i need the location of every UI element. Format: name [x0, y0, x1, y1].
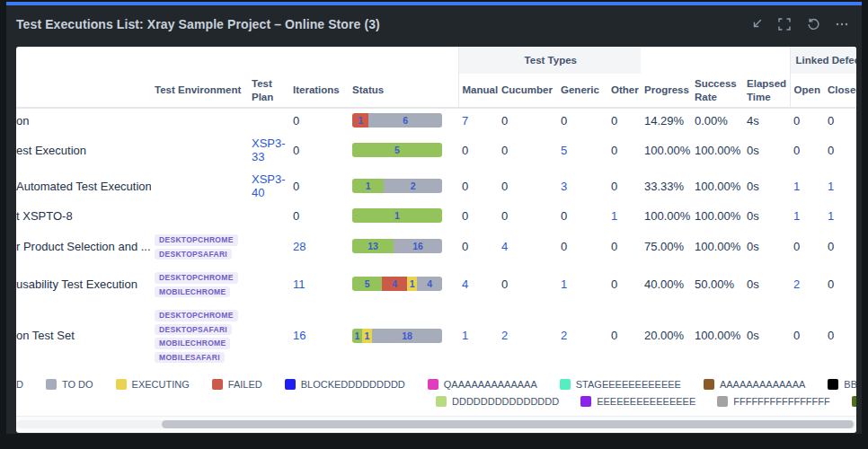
column-header-test-environment[interactable]: Test Environment: [151, 74, 248, 108]
legend-swatch: [560, 379, 571, 390]
count-cucumber[interactable]: 0: [498, 168, 557, 204]
count-generic[interactable]: 5: [557, 132, 607, 168]
defects-open-cell[interactable]: 1: [790, 168, 824, 204]
status-bar[interactable]: 16: [352, 113, 442, 128]
column-header-elapsed-time[interactable]: Elapsed Time: [743, 74, 790, 108]
env-cell: [151, 132, 248, 168]
status-legend: D TO DO EXECUTING FAILED BLOCKEDDDDDDDDD…: [16, 368, 856, 409]
column-header-cucumber[interactable]: Cucumber: [498, 74, 557, 108]
column-header-other[interactable]: Other: [607, 74, 641, 108]
table-row[interactable]: r Product Selection and ... DESKTOPCHROM…: [16, 227, 856, 265]
column-header-closed[interactable]: Closed: [824, 74, 856, 108]
table-row[interactable]: est Execution XSP3-33 0 5 0 0 5 0 100.00…: [16, 132, 856, 168]
elapsed-time-cell: 0s: [743, 265, 790, 303]
count-manual[interactable]: 0: [458, 168, 498, 204]
table-row[interactable]: on Test Set DESKTOPCHROMEDESKTOPSAFARIMO…: [16, 303, 856, 368]
count-other[interactable]: 0: [607, 132, 641, 168]
table-row[interactable]: on 0 16 7 0 0 0 14.29% 0.00% 4s 0 0: [16, 108, 856, 132]
count-cucumber[interactable]: 4: [498, 227, 557, 265]
group-test-types: Test Types: [458, 47, 641, 74]
count-generic[interactable]: 0: [557, 227, 607, 265]
status-bar[interactable]: 5414: [352, 277, 442, 291]
defects-closed-cell[interactable]: 0: [824, 265, 856, 303]
iterations-cell[interactable]: 28: [289, 227, 349, 265]
legend-item: QAAAAAAAAAAAAA: [428, 379, 537, 390]
success-rate-cell: 100.00%: [691, 227, 743, 265]
defects-open-cell[interactable]: 0: [790, 132, 824, 168]
count-other[interactable]: 1: [607, 204, 641, 227]
more-button[interactable]: [833, 15, 851, 33]
table-row[interactable]: Automated Test Execution XSP3-40 0 12 0 …: [16, 168, 856, 204]
count-manual[interactable]: 0: [458, 227, 498, 265]
defects-closed-cell[interactable]: 0: [824, 227, 856, 265]
iterations-cell[interactable]: 11: [289, 265, 349, 303]
status-bar[interactable]: 1316: [352, 239, 442, 253]
status-segment-todo: 2: [384, 179, 442, 193]
defects-closed-cell[interactable]: 0: [824, 108, 856, 132]
progress-cell: 33.33%: [641, 168, 691, 204]
scrollbar-thumb[interactable]: [162, 420, 854, 428]
count-manual[interactable]: 4: [458, 265, 498, 303]
count-other[interactable]: 0: [607, 168, 641, 204]
count-cucumber[interactable]: 0: [498, 132, 557, 168]
count-cucumber[interactable]: 0: [498, 204, 557, 227]
count-generic[interactable]: 0: [557, 108, 607, 132]
count-generic[interactable]: 3: [557, 168, 607, 204]
status-bar[interactable]: 12: [352, 179, 442, 193]
count-manual[interactable]: 1: [458, 303, 498, 368]
table-row[interactable]: usability Test Execution DESKTOPCHROMEMO…: [16, 265, 856, 303]
status-bar[interactable]: 1: [352, 208, 442, 223]
defects-open-cell[interactable]: 0: [790, 303, 824, 368]
count-manual[interactable]: 0: [458, 204, 498, 227]
elapsed-time-cell: 0s: [743, 132, 790, 168]
count-cucumber[interactable]: 0: [498, 108, 557, 132]
defects-closed-cell[interactable]: 0: [824, 132, 856, 168]
count-other[interactable]: 0: [607, 265, 641, 303]
count-manual[interactable]: 7: [458, 108, 498, 132]
iterations-cell[interactable]: 0: [289, 204, 349, 227]
count-cucumber[interactable]: 2: [498, 303, 557, 368]
count-generic[interactable]: 1: [557, 265, 607, 303]
iterations-cell[interactable]: 0: [289, 132, 349, 168]
test-plan-link[interactable]: XSP3-40: [252, 172, 286, 199]
gadget-panel: Test Executions List: Xray Sample Projec…: [6, 2, 862, 434]
count-other[interactable]: 0: [607, 227, 641, 265]
status-segment-executing: 1: [407, 277, 417, 291]
legend-swatch: [428, 379, 438, 390]
column-header-open[interactable]: Open: [790, 74, 824, 108]
status-bar[interactable]: 1118: [352, 329, 442, 343]
defects-open-cell[interactable]: 0: [790, 227, 824, 265]
fullscreen-button[interactable]: [775, 15, 793, 33]
iterations-cell[interactable]: 0: [289, 108, 349, 132]
count-generic[interactable]: 2: [557, 303, 607, 368]
collapse-icon: [749, 18, 763, 31]
defects-open-cell[interactable]: 0: [790, 108, 824, 132]
legend-label: EXECUTING: [132, 379, 190, 390]
column-header-progress[interactable]: Progress: [641, 74, 691, 108]
column-header-success-rate[interactable]: Success Rate: [691, 74, 743, 108]
status-bar[interactable]: 5: [352, 143, 442, 157]
defects-closed-cell[interactable]: 1: [824, 168, 856, 204]
count-other[interactable]: 0: [607, 303, 641, 368]
defects-open-cell[interactable]: 2: [790, 265, 824, 303]
row-name: on: [16, 108, 151, 132]
column-header-test-plan[interactable]: Test Plan: [248, 74, 289, 108]
count-manual[interactable]: 0: [458, 132, 498, 168]
table-row[interactable]: t XSPTO-8 0 1 0 0 0 1 100.00% 100.00% 0s…: [16, 204, 856, 227]
iterations-cell[interactable]: 16: [289, 303, 349, 368]
count-cucumber[interactable]: 0: [498, 265, 557, 303]
collapse-button[interactable]: [747, 15, 765, 33]
test-plan-link[interactable]: XSP3-33: [252, 136, 286, 163]
column-header-status[interactable]: Status: [349, 74, 458, 108]
iterations-cell[interactable]: 0: [289, 168, 349, 204]
column-header-manual[interactable]: Manual: [458, 74, 498, 108]
defects-closed-cell[interactable]: 1: [824, 204, 856, 227]
legend-label: TO DO: [62, 379, 93, 390]
refresh-button[interactable]: [804, 15, 822, 33]
defects-closed-cell[interactable]: 0: [824, 303, 856, 368]
count-generic[interactable]: 0: [557, 204, 607, 227]
defects-open-cell[interactable]: 1: [790, 204, 824, 227]
count-other[interactable]: 0: [607, 108, 641, 132]
column-header-generic[interactable]: Generic: [557, 74, 607, 108]
column-header-iterations[interactable]: Iterations: [289, 74, 349, 108]
